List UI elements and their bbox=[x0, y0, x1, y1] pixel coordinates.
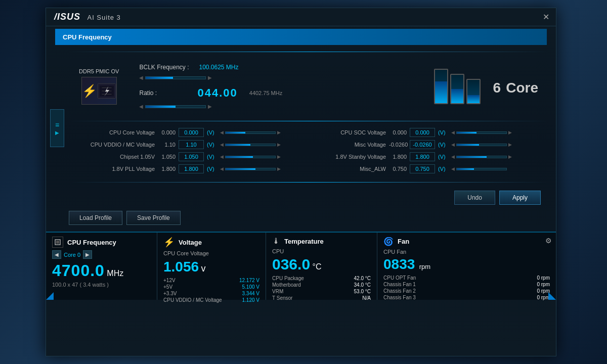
v-input-4[interactable] bbox=[179, 164, 204, 173]
v-track-r1 bbox=[456, 131, 507, 134]
cpu-core-nav[interactable]: ◀ Core 0 ▶ bbox=[52, 250, 151, 259]
v-slider-r3[interactable]: ◀ ▶ bbox=[451, 154, 512, 159]
freq-section: DDR5 PMIC OV bbox=[69, 56, 548, 117]
v-track-1 bbox=[225, 131, 276, 134]
v-arr-r-2[interactable]: ▶ bbox=[277, 142, 281, 147]
v-track-r4 bbox=[456, 168, 507, 170]
t-item-2: Motherboard 34.0 °C bbox=[272, 282, 371, 288]
v-arr-r-1[interactable]: ▶ bbox=[277, 130, 281, 135]
v-arr-l-r4[interactable]: ◀ bbox=[451, 166, 455, 171]
ratio-label: Ratio : bbox=[139, 89, 195, 97]
v-item-2: +5V 5.100 V bbox=[163, 284, 259, 290]
v-fill-2 bbox=[226, 144, 250, 146]
bclk-slider[interactable]: ◀ ▶ bbox=[139, 75, 212, 80]
v-slider-r2[interactable]: ◀ ▶ bbox=[451, 142, 512, 147]
voltage-title: Voltage bbox=[179, 239, 202, 246]
apply-button[interactable]: Apply bbox=[499, 191, 541, 205]
v-input-1[interactable] bbox=[179, 128, 204, 137]
load-profile-button[interactable]: Load Profile bbox=[69, 211, 122, 225]
main-window: /ISUS AI Suite 3 ✕ CPU Frequency ≡ ▶ D bbox=[46, 8, 556, 356]
v-arr-l-2[interactable]: ◀ bbox=[220, 142, 224, 147]
fan-list: CPU OPT Fan 0 rpm Chassis Fan 1 0 rpm Ch… bbox=[383, 275, 550, 300]
v-input-r4[interactable] bbox=[410, 164, 435, 173]
v-base-r4: 0.750 bbox=[389, 166, 407, 172]
status-cpu-freq: CPU Frequency ◀ Core 0 ▶ 4700.0 MHz 100.… bbox=[46, 233, 157, 300]
status-temperature: 🌡 Temperature CPU 036.0 °C CPU Package 4… bbox=[266, 233, 377, 300]
v-label-r2: Misc Voltage bbox=[310, 142, 386, 148]
v-input-r1[interactable] bbox=[410, 128, 435, 137]
core-count: 6 bbox=[493, 80, 501, 96]
sidebar-toggle[interactable]: ≡ ▶ bbox=[50, 109, 64, 147]
ratio-value: 044.00 bbox=[197, 86, 237, 100]
v-slider-4[interactable]: ◀ ▶ bbox=[220, 166, 281, 171]
v-input-r2[interactable] bbox=[410, 140, 435, 149]
temp-header: 🌡 Temperature bbox=[272, 237, 371, 246]
v-base-3: 1.050 bbox=[158, 154, 176, 160]
v-input-2[interactable] bbox=[179, 140, 204, 149]
voltage-list: +12V 12.172 V +5V 5.100 V +3.3V 3.344 V … bbox=[163, 278, 259, 303]
v-slider-3[interactable]: ◀ ▶ bbox=[220, 154, 281, 159]
core-nav-left[interactable]: ◀ bbox=[52, 250, 61, 259]
v-arr-r-r1[interactable]: ▶ bbox=[508, 130, 512, 135]
temp-title: Temperature bbox=[284, 238, 324, 245]
v-input-r3[interactable] bbox=[410, 152, 435, 161]
bclk-left-arrow[interactable]: ◀ bbox=[139, 75, 143, 80]
undo-button[interactable]: Undo bbox=[454, 191, 495, 205]
v-fill-3 bbox=[226, 156, 253, 158]
v-fill-r2 bbox=[457, 144, 479, 146]
fan-unit: rpm bbox=[419, 263, 430, 270]
t-item-4: T Sensor N/A bbox=[272, 295, 371, 301]
t-item-1: CPU Package 42.0 °C bbox=[272, 276, 371, 281]
battery-group bbox=[434, 69, 481, 104]
v-slider-2[interactable]: ◀ ▶ bbox=[220, 142, 281, 147]
fan-header: 🌀 Fan bbox=[383, 237, 550, 246]
v-arr-l-1[interactable]: ◀ bbox=[220, 130, 224, 135]
v-fill-r1 bbox=[457, 132, 476, 133]
t-item-3: VRM 53.0 °C bbox=[272, 289, 371, 294]
v-track-r3 bbox=[456, 156, 507, 158]
f-item-2: Chassis Fan 1 0 rpm bbox=[383, 282, 550, 287]
settings-icon[interactable]: ⚙ bbox=[545, 237, 552, 245]
cpu-freq-sub: 100.0 x 47 ( 3.4 watts ) bbox=[52, 282, 151, 288]
corner-accent-left bbox=[46, 292, 54, 300]
ratio-left-arrow[interactable]: ◀ bbox=[139, 104, 143, 109]
v-arr-r-r3[interactable]: ▶ bbox=[508, 154, 512, 159]
ratio-fill bbox=[146, 106, 176, 108]
close-button[interactable]: ✕ bbox=[541, 12, 551, 22]
v-input-3[interactable] bbox=[179, 152, 204, 161]
v-arr-l-r2[interactable]: ◀ bbox=[451, 142, 455, 147]
cpu-freq-icon bbox=[52, 237, 63, 248]
titlebar: /ISUS AI Suite 3 ✕ bbox=[46, 8, 556, 26]
v-arr-r-r2[interactable]: ▶ bbox=[508, 142, 512, 147]
bclk-value: 100.0625 MHz bbox=[199, 64, 244, 71]
battery-fill-2 bbox=[451, 89, 463, 103]
v-arr-l-3[interactable]: ◀ bbox=[220, 154, 224, 159]
save-profile-button[interactable]: Save Profile bbox=[126, 211, 181, 225]
v-arr-l-r3[interactable]: ◀ bbox=[451, 154, 455, 159]
v-track-2 bbox=[225, 144, 276, 146]
core-nav-right[interactable]: ▶ bbox=[83, 250, 92, 259]
bclk-track bbox=[145, 76, 206, 79]
v-label-r3: 1.8V Stanby Voltage bbox=[310, 154, 386, 160]
v-slider-1[interactable]: ◀ ▶ bbox=[220, 130, 281, 135]
core-display: 6 Core bbox=[493, 76, 538, 97]
v-slider-r1[interactable]: ◀ ▶ bbox=[451, 130, 512, 135]
v-label-1: CPU Core Voltage bbox=[79, 129, 155, 135]
ratio-slider[interactable]: ◀ ▶ bbox=[139, 104, 212, 109]
v-arr-l-r1[interactable]: ◀ bbox=[451, 130, 455, 135]
bclk-section: BCLK Frequency : 100.0625 MHz ◀ ▶ bbox=[139, 64, 282, 109]
v-arr-r-4[interactable]: ▶ bbox=[277, 166, 281, 171]
v-unit-r3: (V) bbox=[438, 154, 448, 160]
bclk-right-arrow[interactable]: ▶ bbox=[208, 75, 212, 80]
v-arr-r-3[interactable]: ▶ bbox=[277, 154, 281, 159]
ratio-right-arrow[interactable]: ▶ bbox=[208, 104, 212, 109]
bottom-bar: Undo Apply bbox=[69, 187, 548, 209]
v-arr-l-4[interactable]: ◀ bbox=[220, 166, 224, 171]
core-nav-label: Core 0 bbox=[64, 252, 80, 258]
thermometer-icon: 🌡 bbox=[272, 237, 280, 246]
voltage-value: 1.056 bbox=[163, 259, 199, 275]
v-unit-3: (V) bbox=[207, 154, 217, 160]
v-slider-r4[interactable]: ◀ bbox=[451, 166, 507, 171]
core-label: Core bbox=[506, 80, 538, 96]
f-item-1: CPU OPT Fan 0 rpm bbox=[383, 275, 550, 281]
